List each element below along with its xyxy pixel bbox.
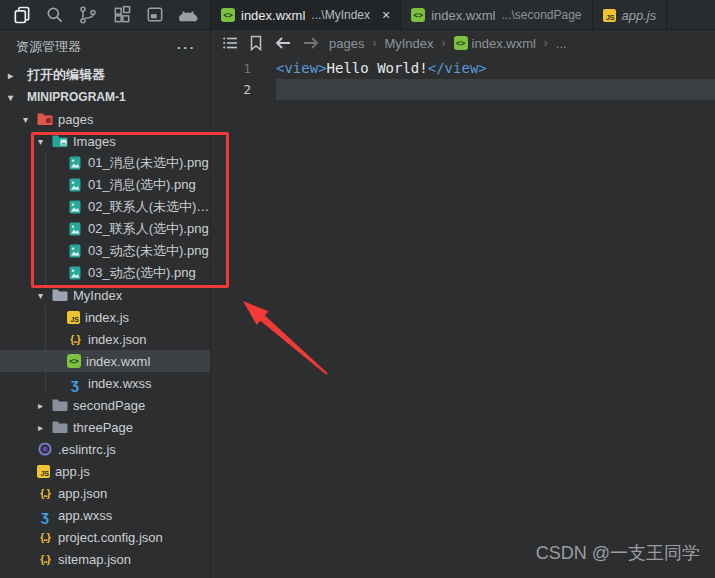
breadcrumb-label: pages xyxy=(329,36,364,51)
tree-item-threePage[interactable]: ▸ threePage xyxy=(0,416,210,438)
forward-arrow-icon[interactable] xyxy=(301,34,321,52)
chevron-icon[interactable]: ▸ xyxy=(8,70,22,81)
image-icon xyxy=(67,221,83,237)
tree-item-index.wxss[interactable]: ʒindex.wxss xyxy=(0,372,210,394)
tree-item-label: 03_动态(选中).png xyxy=(88,264,196,282)
image-glyph xyxy=(69,244,81,258)
breadcrumb-item[interactable]: <>index.wxml xyxy=(454,36,536,51)
sidebar-title: 资源管理器 xyxy=(16,38,81,56)
tree-item-project.config.json[interactable]: {..}project.config.json xyxy=(0,526,210,548)
tree-item-app.json[interactable]: {..}app.json xyxy=(0,482,210,504)
tree-item-label: app.wxss xyxy=(58,508,112,523)
tree-item-MINIPROGRAM-1[interactable]: ▾MINIPROGRAM-1 xyxy=(0,86,210,108)
json-icon: {..} xyxy=(37,485,53,501)
eslint-icon xyxy=(37,441,53,457)
bookmark-glyph xyxy=(249,35,263,51)
tree-item-index.js[interactable]: JSindex.js xyxy=(0,306,210,328)
back-arrow-icon[interactable] xyxy=(273,34,293,52)
folder-glyph xyxy=(52,420,68,434)
extensions-icon[interactable] xyxy=(111,4,133,26)
image-icon xyxy=(67,155,83,171)
tree-item-sitemap.json[interactable]: {..}sitemap.json xyxy=(0,548,210,570)
breadcrumb-label: ... xyxy=(556,36,567,51)
chevron-icon[interactable]: ▾ xyxy=(23,114,37,125)
chevron-icon[interactable]: ▾ xyxy=(38,290,52,301)
source-control-icon[interactable] xyxy=(77,4,99,26)
editor-area: pages›MyIndex›<>index.wxml›... 1<view>He… xyxy=(211,30,715,578)
search-icon[interactable] xyxy=(44,4,66,26)
tab-description: ...\secondPage xyxy=(501,8,581,22)
json-icon: {..} xyxy=(37,529,53,545)
tree-item-label: index.wxss xyxy=(88,376,152,391)
close-icon[interactable]: × xyxy=(382,8,390,22)
breadcrumb-separator: › xyxy=(372,36,376,50)
tab-bar: <>index.wxml...\MyIndex×<>index.wxml...\… xyxy=(0,0,715,30)
chevron-icon[interactable]: ▾ xyxy=(8,92,22,103)
app-window: <>index.wxml...\MyIndex×<>index.wxml...\… xyxy=(0,0,715,578)
chevron-icon[interactable]: ▾ xyxy=(38,136,52,147)
tab-index.wxml[interactable]: <>index.wxml...\MyIndex× xyxy=(211,0,401,30)
breadcrumb-item[interactable]: ... xyxy=(556,36,567,51)
breadcrumb-item[interactable]: pages xyxy=(329,36,364,51)
json-icon: {..} xyxy=(67,331,83,347)
code-line[interactable]: 2 xyxy=(211,79,715,100)
breadcrumb: pages›MyIndex›<>index.wxml›... xyxy=(211,30,715,56)
tab-index.wxml[interactable]: <>index.wxml...\secondPage xyxy=(401,0,592,30)
tree-item-03_动态(未选中).png[interactable]: 03_动态(未选中).png xyxy=(0,240,210,262)
sidebar-header: 资源管理器 ··· xyxy=(0,30,210,64)
tree-item-label: secondPage xyxy=(73,398,145,413)
outline-list-icon[interactable] xyxy=(221,34,239,52)
tree-item-pages[interactable]: ▾ pages xyxy=(0,108,210,130)
tree-item-03_动态(选中).png[interactable]: 03_动态(选中).png xyxy=(0,262,210,284)
tree-item-02_联系人(选中).png[interactable]: 02_联系人(选中).png xyxy=(0,218,210,240)
more-actions-button[interactable]: ··· xyxy=(177,40,196,55)
wxml-icon: <> xyxy=(454,36,468,50)
activity-bar xyxy=(0,0,211,30)
breadcrumb-separator: › xyxy=(544,36,548,50)
files-icon[interactable] xyxy=(11,4,33,26)
tree-item-app.js[interactable]: JSapp.js xyxy=(0,460,210,482)
chevron-icon[interactable]: ▸ xyxy=(38,400,52,411)
chevron-icon[interactable]: ▸ xyxy=(38,422,52,433)
tree-item-.eslintrc.js[interactable]: .eslintrc.js xyxy=(0,438,210,460)
tab-app.js[interactable]: JSapp.js xyxy=(593,0,668,30)
folder-glyph xyxy=(37,112,53,126)
tree-item-index.wxml[interactable]: <>index.wxml xyxy=(0,350,210,372)
tree-item-label: 01_消息(选中).png xyxy=(88,176,196,194)
tree-item-MyIndex[interactable]: ▾ MyIndex xyxy=(0,284,210,306)
tree-item-label: 02_联系人(未选中).p... xyxy=(88,198,210,216)
window-icon[interactable] xyxy=(144,4,166,26)
breadcrumb-items: pages›MyIndex›<>index.wxml›... xyxy=(329,36,567,51)
tree-item-02_联系人(未选中).p...[interactable]: 02_联系人(未选中).p... xyxy=(0,196,210,218)
folder-icon xyxy=(52,397,68,413)
line-content: <view>Hello World!</view> xyxy=(276,58,715,79)
tree-item-index.json[interactable]: {..}index.json xyxy=(0,328,210,350)
cat-icon[interactable] xyxy=(177,4,199,26)
tree-item-app.wxss[interactable]: ʒapp.wxss xyxy=(0,504,210,526)
code-segment: <view> xyxy=(276,60,327,76)
tree-item-label: app.js xyxy=(55,464,90,479)
code-line[interactable]: 1<view>Hello World!</view> xyxy=(211,58,715,79)
tree-item-secondPage[interactable]: ▸ secondPage xyxy=(0,394,210,416)
image-icon xyxy=(67,177,83,193)
tab-label: index.wxml xyxy=(241,8,305,23)
tree-item-label: threePage xyxy=(73,420,133,435)
tab-strip: <>index.wxml...\MyIndex×<>index.wxml...\… xyxy=(211,0,715,30)
image-glyph xyxy=(69,178,81,192)
tree-item-01_消息(选中).png[interactable]: 01_消息(选中).png xyxy=(0,174,210,196)
tree-item-打开的编辑器[interactable]: ▸打开的编辑器 xyxy=(0,64,210,86)
tree-item-label: 02_联系人(选中).png xyxy=(88,220,209,238)
source-control-glyph xyxy=(78,5,98,25)
search-glyph xyxy=(45,5,65,25)
sidebar-explorer: 资源管理器 ··· ▸打开的编辑器▾MINIPROGRAM-1▾ pages▾ … xyxy=(0,30,211,578)
bookmark-icon[interactable] xyxy=(247,34,265,52)
tree-item-Images[interactable]: ▾ Images xyxy=(0,130,210,152)
image-icon xyxy=(67,243,83,259)
window-glyph xyxy=(145,5,165,25)
watermark: CSDN @一支王同学 xyxy=(536,541,700,565)
breadcrumb-item[interactable]: MyIndex xyxy=(384,36,433,51)
code-segment: Hello World! xyxy=(327,60,428,76)
tree-item-01_消息(未选中).png[interactable]: 01_消息(未选中).png xyxy=(0,152,210,174)
image-glyph xyxy=(69,200,81,214)
breadcrumb-label: index.wxml xyxy=(472,36,536,51)
